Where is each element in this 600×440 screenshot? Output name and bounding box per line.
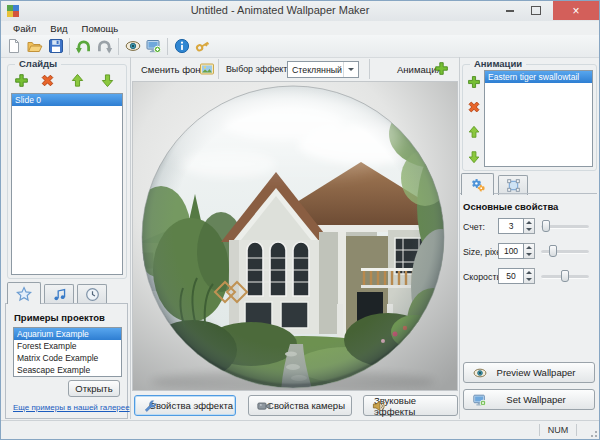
change-background-button[interactable]	[198, 60, 215, 77]
open-example-button[interactable]: Открыть	[68, 380, 120, 397]
separator	[69, 38, 70, 55]
move-animation-up-button[interactable]	[465, 123, 482, 140]
tab-transform[interactable]	[498, 175, 528, 195]
animations-list[interactable]: Eastern tiger swallowtail	[484, 70, 593, 167]
set-wallpaper-label: Set Wallpaper	[506, 394, 565, 405]
add-animation-icon	[467, 75, 481, 89]
menu-file[interactable]: Файл	[7, 22, 42, 35]
close-button[interactable]: ×	[553, 1, 599, 20]
size-spinner: 100	[498, 243, 535, 259]
preview-wallpaper-icon	[124, 38, 142, 54]
add-animation-quick-button[interactable]	[433, 60, 450, 77]
animation-list-item[interactable]: Eastern tiger swallowtail	[485, 71, 592, 83]
info-button[interactable]	[171, 36, 192, 56]
undo-button[interactable]	[73, 36, 94, 56]
preview-wallpaper-button[interactable]: Preview Wallpaper	[463, 362, 595, 383]
speed-slider[interactable]	[541, 275, 589, 279]
tab-examples[interactable]	[7, 282, 41, 304]
up-arrow-icon	[526, 246, 532, 249]
example-list-item[interactable]: Seascape Example	[14, 364, 121, 376]
count-value-field[interactable]: 3	[498, 218, 524, 234]
separator	[167, 38, 168, 55]
separator	[218, 59, 219, 79]
menu-help[interactable]: Помощь	[76, 22, 125, 35]
resize-grip[interactable]	[588, 428, 597, 437]
menu-view[interactable]: Вид	[44, 22, 73, 35]
count-spinner: 3	[498, 218, 535, 234]
add-slide-button[interactable]	[13, 72, 30, 89]
move-slide-down-button[interactable]	[99, 72, 116, 89]
new-file-button[interactable]	[3, 36, 24, 56]
redo-button[interactable]	[94, 36, 115, 56]
license-key-button[interactable]	[192, 36, 213, 56]
delete-animation-button[interactable]	[465, 98, 482, 115]
picture-icon	[199, 61, 215, 77]
speed-increment-button[interactable]	[524, 269, 534, 276]
save-project-button[interactable]	[45, 36, 66, 56]
sound-effects-label: Звуковые эффекты	[374, 395, 457, 417]
set-wallpaper-toolbar-button[interactable]	[143, 36, 164, 56]
camera-icon	[257, 399, 271, 413]
open-project-icon	[26, 38, 43, 54]
examples-list[interactable]: Aquarium Example Forest Example Matrix C…	[13, 327, 122, 377]
wrench-icon	[143, 399, 157, 413]
count-slider-thumb[interactable]	[542, 220, 550, 232]
title-bar[interactable]: Untitled - Animated Wallpaper Maker ×	[1, 1, 599, 22]
down-arrow-icon	[526, 278, 532, 281]
gallery-link[interactable]: Еще примеры в нашей галерее	[13, 403, 130, 412]
speed-value-field[interactable]: 50	[498, 268, 524, 284]
count-slider[interactable]	[541, 225, 589, 229]
open-project-button[interactable]	[24, 36, 45, 56]
effect-properties-button[interactable]: Свойства эффекта	[134, 395, 236, 416]
speed-decrement-button[interactable]	[524, 276, 534, 283]
count-decrement-button[interactable]	[524, 226, 534, 233]
size-slider[interactable]	[541, 250, 589, 254]
speaker-icon	[372, 399, 386, 413]
app-window: Untitled - Animated Wallpaper Maker × Фа…	[0, 0, 600, 440]
delete-slide-icon	[40, 73, 55, 88]
maximize-button[interactable]	[523, 1, 549, 20]
effect-select-combobox[interactable]: Стеклянный шар	[287, 61, 359, 78]
wallpaper-preview-canvas[interactable]	[132, 81, 458, 391]
separator	[369, 59, 370, 79]
separator	[576, 424, 577, 436]
example-list-item[interactable]: Matrix Code Example	[14, 352, 121, 364]
transform-icon	[506, 178, 521, 193]
eye-icon	[472, 366, 488, 380]
size-slider-thumb[interactable]	[549, 245, 557, 257]
slides-title: Слайды	[15, 58, 61, 69]
move-slide-up-button[interactable]	[69, 72, 86, 89]
size-value-field[interactable]: 100	[498, 243, 524, 259]
size-increment-button[interactable]	[524, 244, 534, 251]
example-list-item[interactable]: Forest Example	[14, 340, 121, 352]
tab-timer[interactable]	[77, 284, 107, 304]
add-animation-button[interactable]	[465, 73, 482, 90]
separator	[130, 57, 131, 419]
example-list-item[interactable]: Aquarium Example	[14, 328, 121, 340]
slides-list[interactable]: Slide 0	[11, 93, 123, 275]
camera-properties-button[interactable]: Свойства камеры	[248, 395, 352, 416]
favorites-star-icon	[16, 286, 32, 302]
effect-selected-value: Стеклянный шар	[288, 65, 343, 75]
count-increment-button[interactable]	[524, 219, 534, 226]
preview-wallpaper-toolbar-button[interactable]	[122, 36, 143, 56]
save-icon	[48, 38, 64, 54]
speed-slider-thumb[interactable]	[561, 270, 569, 282]
size-decrement-button[interactable]	[524, 251, 534, 258]
tab-animation-properties[interactable]	[461, 173, 494, 195]
up-arrow-icon	[526, 271, 532, 274]
change-background-label[interactable]: Сменить фон	[141, 64, 201, 75]
add-animation-icon	[434, 61, 449, 76]
up-arrow-icon	[526, 221, 532, 224]
basic-properties-title: Основные свойства	[463, 201, 558, 212]
minimize-button[interactable]	[497, 1, 523, 20]
slide-list-item[interactable]: Slide 0	[12, 94, 122, 106]
chevron-down-icon	[343, 62, 358, 77]
move-down-icon	[100, 73, 115, 88]
move-animation-down-button[interactable]	[465, 148, 482, 165]
delete-slide-button[interactable]	[39, 72, 56, 89]
window-title: Untitled - Animated Wallpaper Maker	[61, 4, 499, 16]
tab-music[interactable]	[44, 284, 74, 304]
set-wallpaper-button[interactable]: Set Wallpaper	[463, 389, 595, 410]
sound-effects-button[interactable]: Звуковые эффекты	[363, 395, 458, 416]
